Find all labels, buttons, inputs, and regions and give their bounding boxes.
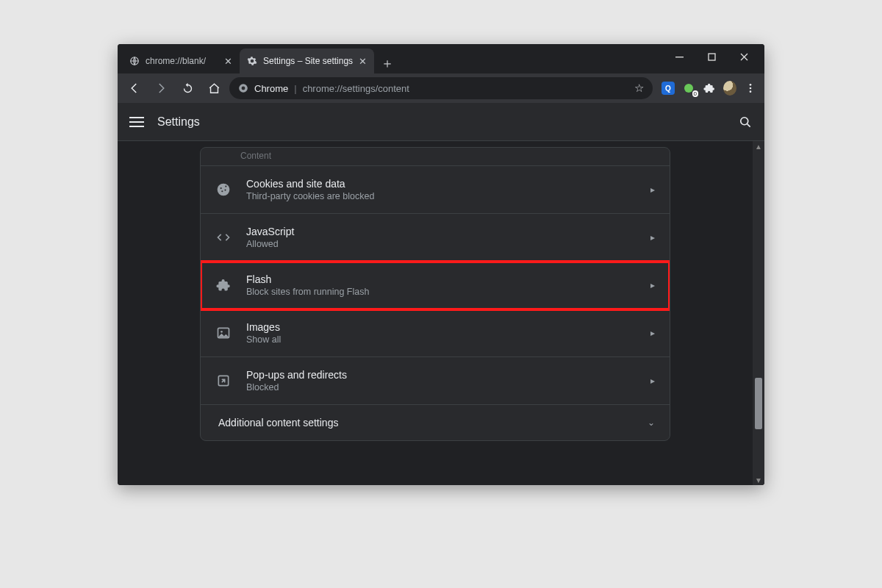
svg-point-8: [750, 90, 752, 93]
image-icon: [215, 325, 232, 341]
menu-button[interactable]: [744, 82, 757, 95]
row-images[interactable]: Images Show all ▸: [201, 309, 670, 357]
reload-button[interactable]: [176, 77, 198, 99]
window-controls: [663, 46, 760, 68]
row-title: JavaScript: [246, 226, 636, 237]
svg-rect-2: [709, 54, 715, 60]
close-icon[interactable]: ✕: [224, 56, 232, 67]
section-label: Content: [201, 148, 670, 166]
chevron-right-icon: ▸: [650, 328, 655, 338]
row-subtitle: Allowed: [246, 239, 636, 249]
back-button[interactable]: [123, 77, 146, 99]
puzzle-icon: [215, 277, 232, 293]
cookie-icon: [215, 182, 232, 198]
row-cookies[interactable]: Cookies and site data Third-party cookie…: [201, 166, 670, 214]
gear-icon: [247, 56, 257, 66]
row-title: Cookies and site data: [246, 178, 636, 190]
extensions-puzzle-icon[interactable]: [703, 82, 716, 95]
chevron-right-icon: ▸: [650, 184, 655, 195]
extension-icon[interactable]: 0: [682, 82, 695, 95]
close-icon[interactable]: ✕: [359, 56, 367, 67]
row-title: Additional content settings: [218, 417, 338, 429]
extension-icon[interactable]: Q: [662, 82, 675, 95]
omnibox-separator: |: [294, 83, 296, 94]
home-button[interactable]: [203, 77, 225, 99]
svg-point-7: [750, 87, 752, 90]
row-title: Flash: [246, 273, 636, 285]
svg-point-11: [220, 331, 223, 333]
svg-rect-1: [675, 57, 684, 57]
chevron-down-icon: ⌄: [648, 417, 655, 428]
row-flash[interactable]: Flash Block sites from running Flash ▸: [201, 262, 670, 309]
profile-avatar[interactable]: [723, 82, 736, 95]
search-button[interactable]: [738, 115, 753, 129]
scrollbar-track[interactable]: [755, 151, 762, 475]
svg-point-9: [741, 117, 748, 124]
omnibox[interactable]: Chrome | chrome://settings/content ☆: [229, 77, 653, 99]
chevron-right-icon: ▸: [650, 280, 655, 290]
chevron-right-icon: ▸: [650, 376, 655, 386]
scrollbar[interactable]: ▲ ▼: [753, 141, 764, 485]
scrollbar-thumb[interactable]: [755, 378, 762, 429]
scroll-up-icon[interactable]: ▲: [753, 141, 764, 151]
row-subtitle: Show all: [246, 334, 636, 345]
row-javascript[interactable]: JavaScript Allowed ▸: [201, 214, 670, 262]
svg-point-5: [684, 84, 693, 93]
omnibox-url: chrome://settings/content: [303, 83, 409, 94]
row-subtitle: Block sites from running Flash: [246, 287, 636, 297]
close-button[interactable]: [728, 46, 760, 68]
content-area: Content Cookies and site data Third-part…: [118, 141, 764, 485]
tab-blank[interactable]: chrome://blank/ ✕: [122, 49, 240, 74]
extension-icons: Q 0: [657, 82, 759, 95]
row-additional-content-settings[interactable]: Additional content settings ⌄: [201, 405, 670, 440]
row-subtitle: Blocked: [246, 382, 636, 392]
omnibox-site-label: Chrome: [254, 83, 288, 94]
content-scroll: Content Cookies and site data Third-part…: [118, 141, 753, 485]
row-title: Pop-ups and redirects: [246, 369, 636, 381]
tab-strip: chrome://blank/ ✕ Settings – Site settin…: [122, 49, 663, 74]
page-title: Settings: [157, 115, 200, 129]
hamburger-menu-button[interactable]: [129, 117, 144, 127]
browser-window: chrome://blank/ ✕ Settings – Site settin…: [118, 44, 764, 485]
maximize-button[interactable]: [695, 46, 728, 68]
forward-button[interactable]: [150, 77, 172, 99]
svg-point-6: [750, 84, 752, 86]
globe-icon: [129, 56, 140, 66]
new-tab-button[interactable]: ＋: [377, 53, 398, 74]
settings-panel: Content Cookies and site data Third-part…: [200, 147, 670, 441]
toolbar: Chrome | chrome://settings/content ☆ Q 0: [118, 74, 764, 103]
minimize-button[interactable]: [663, 46, 695, 68]
bookmark-star-icon[interactable]: ☆: [634, 82, 644, 95]
row-subtitle: Third-party cookies are blocked: [246, 191, 636, 201]
code-icon: [215, 229, 232, 245]
chrome-icon: [238, 83, 248, 93]
titlebar: chrome://blank/ ✕ Settings – Site settin…: [118, 44, 764, 74]
row-popups[interactable]: Pop-ups and redirects Blocked ▸: [201, 357, 670, 405]
tab-title: chrome://blank/: [146, 56, 218, 66]
svg-point-4: [242, 87, 245, 90]
settings-appbar: Settings: [118, 103, 764, 141]
chevron-right-icon: ▸: [650, 232, 655, 243]
row-title: Images: [246, 321, 636, 333]
tab-settings[interactable]: Settings – Site settings ✕: [240, 49, 374, 74]
popup-icon: [215, 373, 232, 389]
scroll-down-icon[interactable]: ▼: [753, 475, 764, 485]
tab-title: Settings – Site settings: [263, 56, 353, 66]
